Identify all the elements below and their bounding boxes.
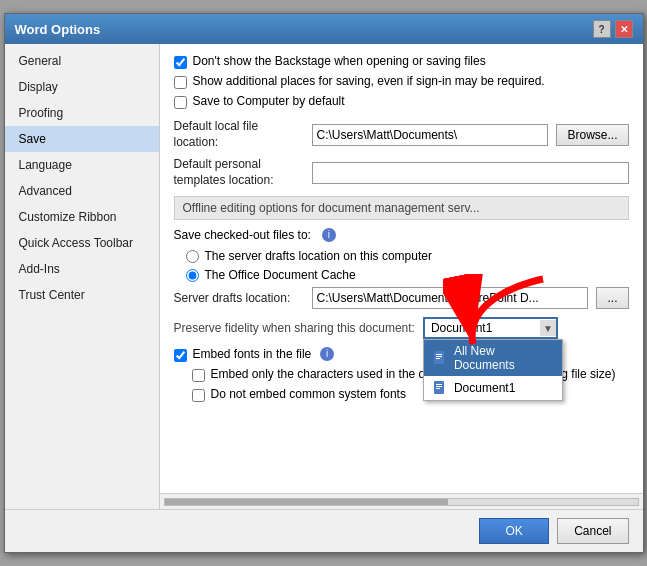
title-bar: Word Options ? ✕ [5,14,643,44]
radio-row-server-drafts: The server drafts location on this compu… [186,249,629,263]
title-controls: ? ✕ [593,20,633,38]
checkbox-row-backstage: Don't show the Backstage when opening or… [174,54,629,69]
embed-fonts-info-icon[interactable]: i [320,347,334,361]
svg-rect-0 [434,351,444,364]
main-content: Don't show the Backstage when opening or… [160,44,643,493]
word-options-dialog: Word Options ? ✕ General Display Proofin… [4,13,644,553]
checkbox-embed-fonts[interactable] [174,349,187,362]
sidebar-item-proofing[interactable]: Proofing [5,100,159,126]
dropdown-menu: All New Documents Document1 [423,339,563,401]
svg-rect-1 [436,354,442,355]
svg-rect-5 [436,384,442,385]
save-checkedout-label: Save checked-out files to: [174,228,311,242]
browse-button-server[interactable]: ... [596,287,628,309]
server-drafts-label: Server drafts location: [174,291,304,307]
save-checkedout-info-icon[interactable]: i [322,228,336,242]
checkbox-additional-places[interactable] [174,76,187,89]
radio-server-drafts-label: The server drafts location on this compu… [205,249,432,263]
checkbox-backstage-label: Don't show the Backstage when opening or… [193,54,486,68]
dropdown-menu-option-document1[interactable]: Document1 [424,376,562,400]
local-file-label: Default local file location: [174,119,304,150]
svg-rect-3 [436,358,440,359]
checkbox-embed-chars[interactable] [192,369,205,382]
cancel-button[interactable]: Cancel [557,518,628,544]
save-checkedout-row: Save checked-out files to: i [174,228,629,242]
sidebar-item-save[interactable]: Save [5,126,159,152]
radio-row-office-cache: The Office Document Cache [186,268,629,282]
radio-office-cache-label: The Office Document Cache [205,268,356,282]
horizontal-scrollbar[interactable] [160,493,643,509]
sidebar: General Display Proofing Save Language A… [5,44,160,509]
templates-label: Default personal templates location: [174,157,304,188]
doc-icon-document1 [432,380,448,396]
checkbox-no-common-fonts-label: Do not embed common system fonts [211,387,406,401]
checkbox-no-common-fonts[interactable] [192,389,205,402]
browse-button-local[interactable]: Browse... [556,124,628,146]
radio-server-drafts[interactable] [186,250,199,263]
dialog-title: Word Options [15,22,101,37]
checkbox-row-additional-places: Show additional places for saving, even … [174,74,629,89]
doc-icon-all-new [432,350,448,366]
dialog-footer: OK Cancel [5,509,643,552]
local-file-input[interactable] [312,124,549,146]
sidebar-item-trust-center[interactable]: Trust Center [5,282,159,308]
dropdown-option-all-new-label: All New Documents [454,344,554,372]
svg-rect-4 [434,381,444,394]
preserve-fidelity-dropdown[interactable]: All New Documents Document1 [423,317,558,339]
radio-office-cache[interactable] [186,269,199,282]
checkbox-additional-places-label: Show additional places for saving, even … [193,74,545,88]
sidebar-item-add-ins[interactable]: Add-Ins [5,256,159,282]
sidebar-item-customize-ribbon[interactable]: Customize Ribbon [5,204,159,230]
sidebar-item-advanced[interactable]: Advanced [5,178,159,204]
close-button[interactable]: ✕ [615,20,633,38]
sidebar-item-language[interactable]: Language [5,152,159,178]
svg-rect-6 [436,386,442,387]
templates-input[interactable] [312,162,629,184]
checkbox-save-computer[interactable] [174,96,187,109]
preserve-fidelity-row: Preserve fidelity when sharing this docu… [174,317,629,339]
sidebar-item-general[interactable]: General [5,48,159,74]
help-button[interactable]: ? [593,20,611,38]
ok-button[interactable]: OK [479,518,549,544]
dialog-body: General Display Proofing Save Language A… [5,44,643,509]
server-drafts-input[interactable] [312,287,589,309]
checkbox-save-computer-label: Save to Computer by default [193,94,345,108]
dropdown-option-document1-label: Document1 [454,381,515,395]
preserve-fidelity-dropdown-container: All New Documents Document1 ▼ [423,317,558,339]
preserve-fidelity-label: Preserve fidelity when sharing this docu… [174,321,415,335]
sidebar-item-quick-access-toolbar[interactable]: Quick Access Toolbar [5,230,159,256]
checkbox-embed-fonts-label: Embed fonts in the file [193,347,312,361]
form-row-templates: Default personal templates location: [174,157,629,188]
form-row-server-drafts: Server drafts location: ... [174,287,629,309]
svg-rect-7 [436,388,440,389]
form-row-local-file: Default local file location: Browse... [174,119,629,150]
top-checkboxes-group: Don't show the Backstage when opening or… [174,54,629,109]
sidebar-item-display[interactable]: Display [5,74,159,100]
checkbox-backstage[interactable] [174,56,187,69]
svg-rect-2 [436,356,442,357]
dropdown-menu-option-all-new[interactable]: All New Documents [424,340,562,376]
offline-section-header: Offline editing options for document man… [174,196,629,220]
checkbox-row-save-computer: Save to Computer by default [174,94,629,109]
